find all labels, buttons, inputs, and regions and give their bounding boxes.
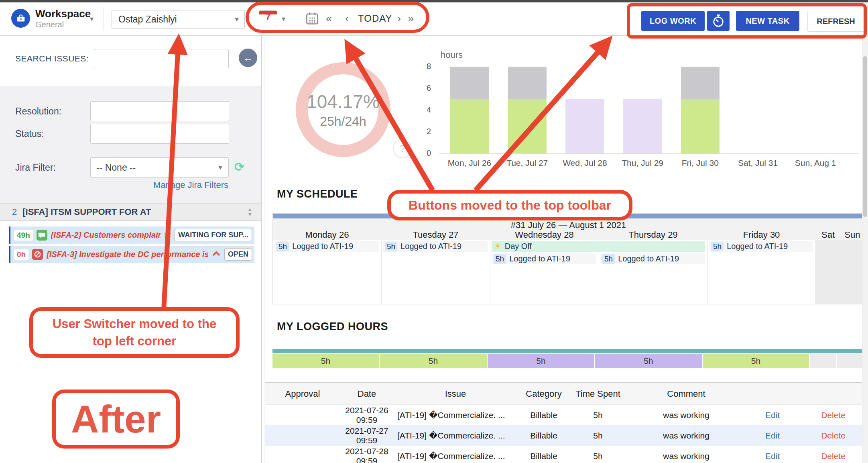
week-label: #31 July 26 — August 1 2021	[273, 220, 864, 230]
date-cell: 2021-07-2709:59	[340, 426, 393, 445]
help-icon[interactable]: ?	[393, 139, 412, 158]
workspace-caret-icon[interactable]: ▾	[90, 14, 94, 23]
issue-group-header[interactable]: 2 [ISFA] ITSM SUPPORT FOR AT ▲▼	[0, 203, 261, 221]
y-axis-tick: 8	[413, 62, 431, 71]
entry-text: Logged to ATI-19	[618, 254, 679, 263]
logged-hours-segment-empty	[837, 354, 863, 368]
briefcase-icon	[16, 13, 26, 24]
bar-segment-day-off	[623, 99, 662, 153]
day-column-divider	[490, 240, 490, 304]
sidebar-divider	[261, 35, 262, 463]
schedule-log-entry[interactable]: 5hLogged to ATI-19	[709, 241, 813, 252]
schedule-dayoff-entry[interactable]: ☀Day Off	[492, 241, 705, 252]
sort-icon[interactable]: ▲▼	[247, 207, 252, 217]
day-column-header: Sat	[815, 230, 841, 240]
bar-segment-logged	[508, 99, 547, 153]
hours-badge: 5h	[385, 242, 397, 251]
collapse-sidebar-button[interactable]: ←	[239, 49, 257, 67]
logged-hours-segment-work: 5h	[380, 354, 487, 368]
schedule-log-entry[interactable]: 5hLogged to ATI-19	[383, 241, 488, 252]
comment-type-icon	[37, 230, 47, 241]
edit-link[interactable]: Edit	[746, 410, 799, 420]
logged-hours-badge: 0h	[14, 249, 28, 260]
bar-segment-logged	[450, 99, 489, 153]
my-schedule-title: MY SCHEDULE	[277, 188, 358, 200]
day-column-divider	[815, 240, 816, 304]
day-column-divider	[381, 240, 382, 304]
bar-2	[508, 67, 547, 153]
table-row: 2021-07-2709:59[ATI-19] �Commercialize. …	[265, 425, 868, 446]
time-spent-cell: 5h	[570, 410, 626, 420]
sort-down-icon: ▼	[247, 212, 252, 217]
logged-hours-segment-work: 5h	[703, 354, 809, 368]
blocked-icon	[34, 251, 41, 258]
logged-hours-strip	[272, 349, 864, 353]
jira-filter-select[interactable]: -- None -- ▾	[90, 157, 229, 177]
edit-link[interactable]: Edit	[746, 451, 799, 461]
entry-text: Logged to ATI-19	[292, 242, 353, 251]
search-issues-input[interactable]	[94, 49, 229, 68]
entry-text: Logged to ATI-19	[509, 254, 570, 263]
entry-text: Logged to ATI-19	[400, 242, 461, 251]
time-spent-cell: 5h	[570, 431, 626, 441]
comment-cell: was working	[626, 410, 746, 420]
date-cell: 2021-07-2609:59	[340, 406, 393, 425]
category-cell: Billable	[518, 431, 570, 441]
issue-link[interactable]: [ISFA-3] Investigate the DC performance …	[47, 250, 208, 259]
user-switcher-select[interactable]: Ostap Zaishlyi ▾	[112, 10, 245, 29]
x-axis-label: Wed, Jul 28	[556, 158, 614, 168]
y-axis-tick: 4	[413, 105, 431, 114]
chevron-down-icon[interactable]: ▾	[212, 158, 228, 177]
priority-high-icon	[212, 251, 221, 258]
resolution-input[interactable]	[90, 101, 229, 121]
progress-percent: 104.17%	[307, 91, 380, 112]
status-label: Status:	[15, 128, 44, 139]
worklog-table: ApprovalDateIssueCategoryTime SpentComme…	[265, 382, 868, 463]
hours-badge: 5h	[494, 254, 506, 264]
schedule-log-entry[interactable]: 5hLogged to ATI-19	[274, 241, 379, 252]
delete-link[interactable]: Delete	[799, 451, 868, 461]
x-axis-line	[439, 153, 859, 154]
bar-segment-scheduled-remaining	[681, 67, 720, 99]
edit-link[interactable]: Edit	[746, 431, 799, 441]
x-axis-label: Sun, Aug 1	[787, 158, 844, 168]
day-column-header: Thursday 29	[599, 230, 707, 240]
issue-status-badge[interactable]: OPEN	[224, 248, 252, 261]
entry-text: Day Off	[505, 242, 532, 251]
manage-jira-filters-link[interactable]: Manage Jira Filters	[153, 180, 228, 190]
time-spent-cell: 5h	[570, 451, 626, 461]
my-logged-hours-title: MY LOGGED HOURS	[277, 320, 388, 333]
category-cell: Billable	[518, 451, 570, 461]
column-header: Approval	[265, 389, 340, 399]
bar-segment-day-off	[565, 99, 604, 153]
chevron-down-icon[interactable]: ▾	[229, 10, 244, 28]
logged-hours-segment-dayoff: 5h	[488, 354, 594, 368]
issue-status-badge[interactable]: WAITING FOR SUP...	[175, 229, 252, 241]
issue-row[interactable]: 0h[ISFA-3] Investigate the DC performanc…	[9, 246, 254, 263]
hours-badge: 5h	[711, 242, 724, 251]
entry-text: Logged to ATI-19	[727, 242, 788, 251]
logged-hours-segment-empty	[810, 354, 836, 368]
schedule-log-entry[interactable]: 5hLogged to ATI-19	[600, 253, 705, 264]
bar-4	[623, 99, 662, 153]
delete-link[interactable]: Delete	[799, 410, 868, 420]
schedule-log-entry[interactable]: 5hLogged to ATI-19	[492, 253, 596, 264]
day-column-divider	[707, 240, 708, 304]
annotation-note-user-switcher: User Switcher moved to the top left corn…	[29, 307, 240, 358]
scrollbar-thumb[interactable]	[863, 56, 867, 217]
delete-link[interactable]: Delete	[799, 431, 868, 441]
search-issues-label: SEARCH ISSUES:	[15, 54, 89, 63]
user-switcher-value: Ostap Zaishlyi	[112, 14, 229, 25]
column-header: Issue	[393, 389, 518, 399]
logged-hours-segment-dayoff: 5h	[595, 354, 702, 368]
y-axis-tick: 6	[413, 84, 431, 93]
column-header: Time Spent	[570, 389, 626, 399]
y-axis-tick: 2	[413, 127, 431, 136]
issue-link[interactable]: [ISFA-2] Customers complain a...	[51, 230, 161, 240]
hours-badge: 5h	[276, 242, 289, 251]
issue-row[interactable]: 49h[ISFA-2] Customers complain a...WAITI…	[9, 226, 254, 244]
status-input[interactable]	[90, 124, 229, 144]
x-axis-label: Sat, Jul 31	[729, 158, 787, 168]
workspace-icon[interactable]	[11, 9, 30, 28]
sync-filters-icon[interactable]: ⟳	[234, 160, 244, 174]
